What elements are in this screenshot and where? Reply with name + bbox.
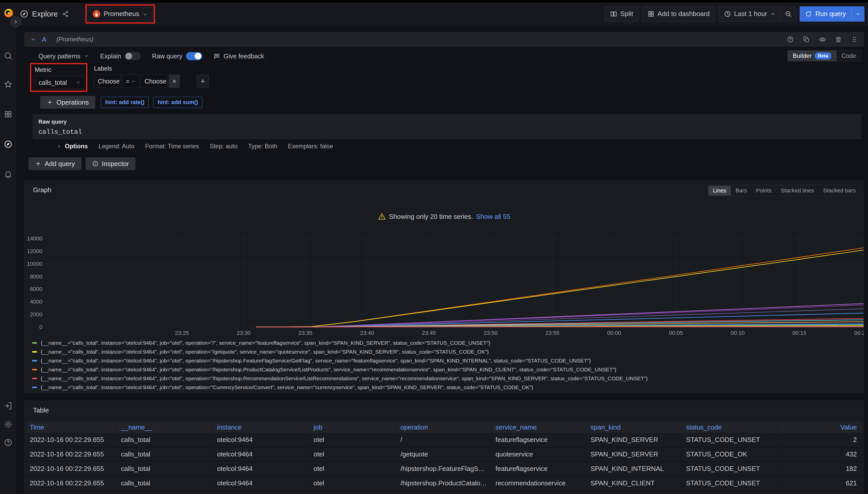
run-query-caret[interactable] [851, 6, 865, 22]
time-range-button[interactable]: Last 1 hour [719, 6, 780, 21]
header-actions: Split Add to dashboard Last 1 hour Run q… [605, 6, 868, 22]
graph-mode-stacked-lines[interactable]: Stacked lines [776, 186, 819, 195]
split-button[interactable]: Split [605, 6, 638, 22]
graph-mode-lines[interactable]: Lines [708, 186, 731, 195]
table-cell: 2022-10-16 00:22:29.655 [26, 476, 116, 490]
drag-handle-icon[interactable] [851, 36, 858, 43]
column-header-statuscode[interactable]: status_code [682, 422, 777, 433]
alerting-icon[interactable] [4, 170, 13, 178]
legend-series-label[interactable]: {__name__="calls_total", instance="otelc… [41, 358, 591, 364]
option-summary-item: Exemplars: false [288, 142, 333, 150]
table-cell: / [396, 433, 491, 447]
legend-series-label[interactable]: {__name__="calls_total", instance="otelc… [41, 340, 490, 346]
legend-swatch [32, 369, 37, 370]
svg-text:8000: 8000 [30, 273, 42, 280]
apps-icon [648, 11, 654, 18]
chevron-down-icon [131, 79, 136, 84]
disable-query-icon[interactable] [819, 36, 826, 43]
options-collapse[interactable]: Options [57, 142, 88, 150]
column-header-operation[interactable]: operation [396, 422, 491, 433]
table-cell: otelcol:9464 [213, 447, 309, 461]
metric-select[interactable]: calls_total [35, 76, 85, 89]
grafana-logo[interactable] [3, 7, 14, 18]
query-hint-button[interactable]: hint: add rate() [101, 97, 149, 108]
legend-item: {__name__="calls_total", instance="otelc… [32, 356, 861, 365]
builder-mode-tab[interactable]: Builder Beta [788, 51, 836, 61]
table-cell: STATUS_CODE_UNSET [682, 491, 777, 494]
time-series-chart[interactable]: 0200040006000800010000120001400023:2523:… [24, 229, 864, 338]
table-cell: otelcol:9464 [213, 462, 309, 476]
split-icon [610, 11, 617, 18]
duplicate-query-icon[interactable] [803, 36, 810, 43]
graph-mode-stacked-bars[interactable]: Stacked bars [819, 186, 861, 195]
show-all-series-link[interactable]: Show all 55 [476, 213, 510, 221]
table-cell: 2022-10-16 00:22:29.655 [26, 433, 116, 447]
share-icon[interactable] [62, 11, 69, 18]
legend-item: {__name__="calls_total", instance="otelc… [32, 347, 861, 356]
run-query-button[interactable]: Run query [800, 6, 865, 22]
graph-mode-points[interactable]: Points [752, 186, 776, 195]
inspector-button[interactable]: Inspector [86, 157, 136, 170]
svg-text:4000: 4000 [30, 299, 42, 305]
option-summary-item: Format: Time series [145, 142, 199, 150]
operations-button[interactable]: Operations [40, 96, 95, 109]
remove-label-filter-button[interactable]: × [169, 75, 180, 88]
column-header-spankind[interactable]: span_kind [586, 422, 682, 433]
column-header-time[interactable]: Time [26, 422, 116, 433]
query-help-icon[interactable] [787, 36, 794, 43]
table-cell: 2022-10-16 00:22:29.655 [26, 462, 116, 476]
column-header-servicename[interactable]: service_name [491, 422, 586, 433]
table-cell: SPAN_KIND_SERVER [586, 433, 682, 447]
query-hint-button[interactable]: hint: add sum() [153, 97, 202, 108]
legend-swatch [32, 342, 37, 344]
dashboards-icon[interactable] [4, 110, 13, 118]
explore-title-icon [20, 10, 29, 18]
table-cell: 2 [777, 433, 863, 447]
legend-item: {__name__="calls_total", instance="otelc… [32, 392, 861, 393]
query-ref-id[interactable]: A [42, 36, 46, 43]
legend-series-label[interactable]: {__name__="calls_total", instance="otelc… [41, 376, 648, 382]
query-row-header: A (Prometheus) [24, 32, 864, 47]
help-icon[interactable] [4, 438, 13, 447]
explore-nav-icon[interactable] [4, 140, 13, 149]
column-header-instance[interactable]: instance [213, 422, 309, 433]
explain-toggle[interactable] [125, 52, 141, 60]
column-header-value[interactable]: Value [777, 422, 863, 433]
graph-mode-bars[interactable]: Bars [731, 186, 752, 195]
table-cell: quoteservice [491, 447, 586, 461]
query-patterns-dropdown[interactable]: Query patterns [38, 53, 89, 60]
legend-item: {__name__="calls_total", instance="otelc… [32, 338, 861, 347]
label-key-select[interactable]: Choose [94, 75, 121, 88]
sidebar-expand-button[interactable] [10, 16, 21, 27]
settings-icon[interactable] [4, 420, 13, 429]
table-cell: 2022-10-16 00:22:29.655 [26, 491, 116, 494]
give-feedback-link[interactable]: Give feedback [214, 53, 264, 60]
code-mode-tab[interactable]: Code [836, 51, 861, 61]
option-summary-item: Legend: Auto [98, 142, 134, 150]
collapse-query-icon[interactable] [30, 36, 36, 42]
datasource-picker[interactable]: Prometheus [88, 6, 153, 21]
table-cell: otel [309, 491, 396, 494]
add-to-dashboard-button[interactable]: Add to dashboard [642, 6, 715, 22]
starred-icon[interactable] [4, 80, 13, 89]
legend-series-label[interactable]: {__name__="calls_total", instance="otelc… [41, 349, 489, 355]
search-icon[interactable] [4, 52, 13, 60]
delete-query-icon[interactable] [835, 36, 842, 43]
chart-legend: {__name__="calls_total", instance="otelc… [32, 338, 861, 393]
add-query-button[interactable]: Add query [29, 157, 82, 170]
legend-swatch [32, 387, 37, 388]
legend-series-label[interactable]: {__name__="calls_total", instance="otelc… [41, 384, 533, 391]
label-operator-select[interactable]: = [122, 75, 140, 88]
svg-text:10000: 10000 [27, 261, 42, 267]
top-strip [0, 0, 868, 2]
label-value-select[interactable]: Choose [141, 75, 168, 88]
editor-actions: Add query Inspector [24, 157, 864, 170]
table-cell: featureflagservice [491, 462, 586, 476]
zoom-out-time-button[interactable] [780, 6, 796, 21]
legend-series-label[interactable]: {__name__="calls_total", instance="otelc… [41, 366, 616, 373]
sign-in-icon[interactable] [4, 402, 13, 410]
add-label-filter-button[interactable]: + [197, 75, 209, 88]
column-header-name[interactable]: __name__ [116, 422, 213, 433]
raw-query-toggle[interactable] [186, 52, 202, 60]
column-header-job[interactable]: job [309, 422, 396, 433]
